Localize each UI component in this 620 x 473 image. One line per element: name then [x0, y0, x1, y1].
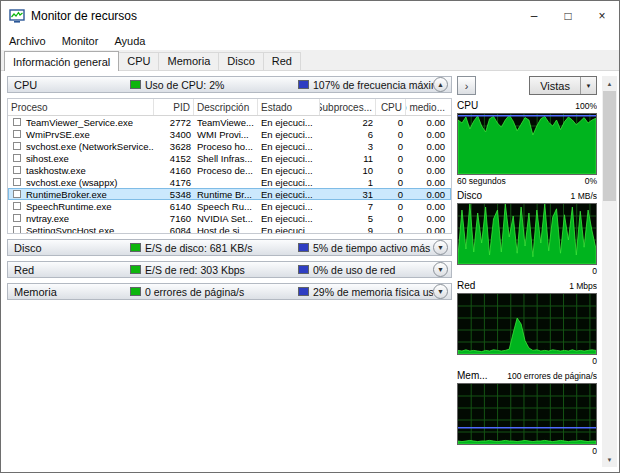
process-cpu: 0 — [376, 188, 406, 200]
tab-informacion-general[interactable]: Información general — [4, 51, 119, 71]
process-row[interactable]: RuntimeBroker.exe 5348 Runtime Br... En … — [8, 188, 451, 200]
scroll-down-button[interactable]: ▼ — [602, 452, 617, 467]
collapse-panel-button[interactable]: › — [457, 76, 476, 95]
process-name: taskhostw.exe — [26, 165, 86, 176]
process-row[interactable]: svchost.exe (NetworkService... 3628 Proc… — [8, 140, 451, 152]
process-row[interactable]: taskhostw.exe 4160 Proceso de... En ejec… — [8, 164, 451, 176]
graph-header: Red 1 Mbps — [457, 280, 597, 293]
process-checkbox[interactable] — [13, 130, 21, 138]
process-avg-cpu: 0.00 — [406, 188, 451, 200]
tab-red[interactable]: Red — [263, 52, 301, 70]
cpu-frequency-label: 107% de frecuencia máxima — [313, 79, 433, 91]
right-panel-toolbar: › Vistas ▼ — [457, 76, 597, 95]
views-button-label: Vistas — [530, 77, 580, 94]
menu-item-ayuda[interactable]: Ayuda — [106, 35, 153, 47]
process-name: nvtray.exe — [26, 213, 69, 224]
process-checkbox[interactable] — [13, 190, 21, 198]
graph-plot — [457, 383, 597, 445]
scroll-thumb[interactable] — [603, 91, 616, 201]
process-pid: 5348 — [154, 188, 194, 200]
process-pid: 2772 — [154, 116, 194, 128]
scroll-track[interactable] — [602, 91, 617, 452]
column-header-pid[interactable]: PID — [154, 99, 194, 115]
process-row[interactable]: TeamViewer_Service.exe 2772 TeamViewe...… — [8, 116, 451, 128]
graph-scale-label: 100 errores de página/s — [488, 371, 597, 381]
menu-item-monitor[interactable]: Monitor — [54, 35, 107, 47]
process-table: Proceso PID Descripción Estado Subproces… — [7, 98, 452, 234]
process-threads: 10 — [320, 164, 376, 176]
close-button[interactable]: × — [585, 1, 619, 31]
process-threads: 9 — [320, 224, 376, 233]
tab-memoria[interactable]: Memoria — [158, 52, 219, 70]
graph-header: Mem... 100 errores de página/s — [457, 370, 597, 383]
graph-footer: 0 — [457, 265, 597, 276]
process-cpu: 0 — [376, 212, 406, 224]
views-button[interactable]: Vistas ▼ — [529, 76, 597, 95]
chevron-right-icon: › — [465, 80, 469, 92]
process-checkbox[interactable] — [13, 178, 21, 186]
memoria-expand-chevron-icon[interactable]: ▼ — [433, 284, 448, 299]
process-description: Shell Infras... — [194, 152, 258, 164]
scroll-up-button[interactable]: ▲ — [602, 76, 617, 91]
memoria-faults-group: 0 errores de página/s — [130, 286, 298, 298]
process-row[interactable]: SettingSyncHost.exe 6084 Host de si... E… — [8, 224, 451, 233]
column-header-cpu[interactable]: CPU — [376, 99, 406, 115]
process-row[interactable]: sihost.exe 4152 Shell Infras... En ejecu… — [8, 152, 451, 164]
process-row[interactable]: svchost.exe (wsappx) 4176 En ejecuci... … — [8, 176, 451, 188]
cpu-collapse-chevron-icon[interactable]: ▲ — [433, 77, 448, 92]
disco-expand-chevron-icon[interactable]: ▼ — [433, 240, 448, 255]
column-header-descripcion[interactable]: Descripción — [194, 99, 258, 115]
process-name: SettingSyncHost.exe — [26, 225, 114, 234]
app-icon — [9, 8, 25, 24]
views-dropdown-arrow-icon[interactable]: ▼ — [580, 77, 596, 94]
process-checkbox[interactable] — [13, 214, 21, 222]
process-checkbox[interactable] — [13, 226, 21, 233]
process-avg-cpu: 0.00 — [406, 212, 451, 224]
resource-monitor-window: Monitor de recursos – □ × Archivo Monito… — [0, 0, 620, 473]
process-status: En ejecuci... — [258, 176, 320, 188]
process-checkbox[interactable] — [13, 142, 21, 150]
maximize-button[interactable]: □ — [551, 1, 585, 31]
process-checkbox[interactable] — [13, 118, 21, 126]
process-checkbox[interactable] — [13, 166, 21, 174]
process-name: TeamViewer_Service.exe — [26, 117, 133, 128]
minimize-button[interactable]: – — [517, 1, 551, 31]
graph-header: CPU 100% — [457, 100, 597, 113]
process-row[interactable]: WmiPrvSE.exe 3400 WMI Provi... En ejecuc… — [8, 128, 451, 140]
process-description: Proceso ho... — [194, 140, 258, 152]
column-header-estado[interactable]: Estado — [258, 99, 320, 115]
process-table-header: Proceso PID Descripción Estado Subproces… — [8, 99, 451, 116]
process-threads: 3 — [320, 140, 376, 152]
process-name: WmiPrvSE.exe — [26, 129, 90, 140]
disco-io-group: E/S de disco: 681 KB/s — [130, 242, 298, 254]
process-checkbox[interactable] — [13, 202, 21, 210]
process-row[interactable]: SpeechRuntime.exe 6140 Speech Ru... En e… — [8, 200, 451, 212]
column-header-uso-medio[interactable]: Uso medio... — [406, 99, 451, 115]
graph-title: Red — [457, 280, 475, 291]
column-header-subprocesos[interactable]: Subproces... — [320, 99, 376, 115]
menu-item-archivo[interactable]: Archivo — [1, 35, 54, 47]
process-name: RuntimeBroker.exe — [26, 189, 107, 200]
graph-footer-left: 60 segundos — [457, 176, 585, 186]
process-checkbox[interactable] — [13, 154, 21, 162]
cpu-usage-group: Uso de CPU: 2% — [130, 79, 298, 91]
menubar: Archivo Monitor Ayuda — [1, 31, 619, 50]
tab-disco[interactable]: Disco — [218, 52, 264, 70]
red-usage-group: 0% de uso de red — [298, 264, 433, 276]
process-cpu: 0 — [376, 176, 406, 188]
process-cpu: 0 — [376, 128, 406, 140]
process-name: SpeechRuntime.exe — [26, 201, 112, 212]
red-io-meter-icon — [130, 265, 141, 274]
graph-footer-right: 0 — [592, 266, 597, 276]
disco-active-meter-icon — [298, 243, 309, 252]
tab-cpu[interactable]: CPU — [118, 52, 159, 70]
process-description: Speech Ru... — [194, 200, 258, 212]
column-header-proceso[interactable]: Proceso — [8, 99, 154, 115]
graph-title: Disco — [457, 190, 482, 201]
graph-scale-label: 1 Mbps — [475, 281, 597, 291]
process-row[interactable]: nvtray.exe 7160 NVIDIA Set... En ejecuci… — [8, 212, 451, 224]
red-expand-chevron-icon[interactable]: ▼ — [433, 262, 448, 277]
process-threads: 5 — [320, 212, 376, 224]
red-usage-meter-icon — [298, 265, 309, 274]
graph-cpu: CPU 100% 60 segundos 0% — [457, 100, 597, 186]
